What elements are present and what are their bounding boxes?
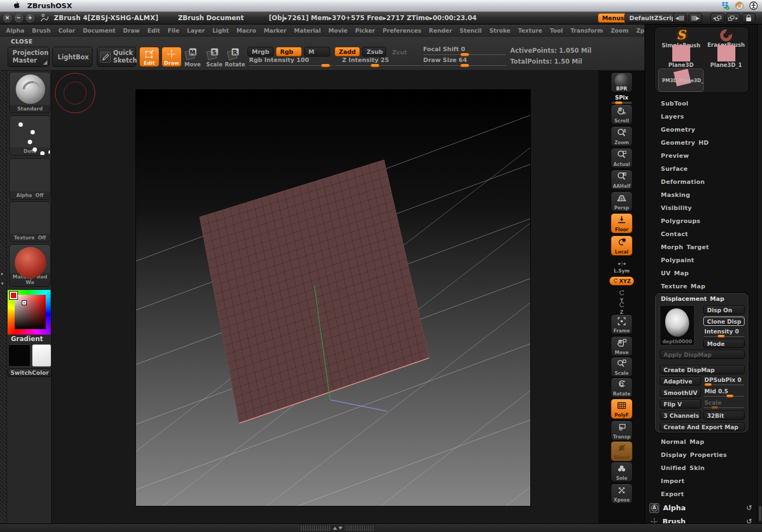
m-button[interactable]: M <box>304 47 330 57</box>
right-tray-scrollbar[interactable] <box>757 24 762 523</box>
alpha-palette-row[interactable]: A Alpha ↺ <box>645 501 758 515</box>
window-minimize-button[interactable]: − <box>15 14 23 22</box>
transparency-button[interactable]: Transp <box>610 420 633 441</box>
section-export[interactable]: Export <box>645 488 762 501</box>
current-material-selector[interactable]: MatCap Red Wa <box>9 244 51 287</box>
saturation-value-square[interactable] <box>15 295 46 329</box>
apply-dispmap-button[interactable]: Apply DispMap <box>660 350 745 359</box>
create-and-export-map-button[interactable]: Create And Export Map <box>660 422 745 431</box>
zoom-button[interactable]: Zoom <box>610 126 633 146</box>
section-preview[interactable]: Preview <box>645 150 762 163</box>
section-displacement-map[interactable]: Displacement Map <box>655 294 748 302</box>
channels-button[interactable]: 3 Channels <box>660 411 701 420</box>
gradient-toggle[interactable]: Gradient <box>11 335 43 343</box>
section-surface[interactable]: Surface <box>645 163 762 176</box>
move-mode-button[interactable]: M Move <box>183 47 202 67</box>
menu-item-draw[interactable]: Draw <box>123 27 140 34</box>
document-area[interactable] <box>52 71 598 523</box>
previous-document-button[interactable]: ◂ <box>710 13 724 23</box>
menu-item-color[interactable]: Color <box>58 27 75 34</box>
section-geometry-hd[interactable]: Geometry HD <box>645 137 762 150</box>
section-polygroups[interactable]: Polygroups <box>645 215 762 228</box>
dpsubpix-slider[interactable]: DPSubPix 0 <box>703 376 745 385</box>
current-texture-selector[interactable]: Texture Off <box>9 201 51 242</box>
ghost-button[interactable]: Ghost <box>610 441 633 461</box>
viewport-canvas[interactable] <box>136 90 530 506</box>
accessibility-icon[interactable] <box>749 1 758 10</box>
current-brush-selector[interactable]: Standard <box>9 72 51 113</box>
menu-item-marker[interactable]: Marker <box>264 27 287 34</box>
draw-size-slider[interactable]: Draw Size 64 <box>423 57 506 66</box>
polyframe-button[interactable]: PolyF <box>610 399 633 419</box>
menu-item-edit[interactable]: Edit <box>147 27 160 34</box>
menu-item-layer[interactable]: Layer <box>187 27 205 34</box>
main-color-swatch[interactable] <box>8 344 30 367</box>
smooth-uv-button[interactable]: SmoothUV <box>660 388 701 397</box>
section-uv-map[interactable]: UV Map <box>645 267 762 280</box>
apple-menu-icon[interactable] <box>12 1 20 10</box>
local-pivot-button[interactable]: Local <box>610 236 633 256</box>
rgb-intensity-slider[interactable]: Rgb Intensity 100 <box>249 57 333 66</box>
scrub-left-button[interactable]: ◀|||| <box>673 13 686 23</box>
section-layers[interactable]: Layers <box>645 110 762 123</box>
floor-grid-button[interactable]: Floor <box>610 213 633 233</box>
tool-item-plane3d[interactable]: Plane3D <box>659 45 703 68</box>
mrgb-button[interactable]: Mrgb <box>247 47 274 57</box>
bottom-tray-divider-handle[interactable] <box>301 525 375 531</box>
scroll-button[interactable]: Scroll <box>610 104 633 125</box>
menu-item-transform[interactable]: Transform <box>571 27 603 34</box>
menu-item-light[interactable]: Light <box>212 27 228 34</box>
rotate-xyz-button[interactable]: XYZ <box>610 276 633 286</box>
frame-button[interactable]: Frame <box>610 314 633 335</box>
section-deformation[interactable]: Deformation <box>645 176 762 189</box>
close-tray-button[interactable]: CLOSE <box>11 38 33 45</box>
tray-collapse-icon[interactable]: ▾ <box>1 281 4 286</box>
menu-item-render[interactable]: Render <box>429 27 453 34</box>
dropbox-icon[interactable] <box>721 1 730 10</box>
section-morph-target[interactable]: Morph Target <box>645 241 762 254</box>
actual-size-button[interactable]: Actual <box>610 148 633 168</box>
rotate-view-button[interactable]: Rotate <box>610 378 633 398</box>
perspective-button[interactable]: Persp <box>610 191 633 212</box>
section-polypaint[interactable]: Polypaint <box>645 254 762 267</box>
menu-item-file[interactable]: File <box>168 27 179 34</box>
section-display-properties[interactable]: Display Properties <box>645 449 762 462</box>
switch-color-button[interactable]: SwitchColor <box>8 368 52 377</box>
menu-item-brush[interactable]: Brush <box>32 27 51 34</box>
local-symmetry-button[interactable]: L.Sym <box>610 259 633 274</box>
section-subtool[interactable]: SubTool <box>645 97 762 110</box>
tray-open-up-icon[interactable] <box>333 527 337 530</box>
menu-item-stencil[interactable]: Stencil <box>460 27 482 34</box>
menu-item-preferences[interactable]: Preferences <box>383 27 422 34</box>
move-view-button[interactable]: Move <box>610 336 633 356</box>
window-close-button[interactable]: × <box>3 14 11 22</box>
section-masking[interactable]: Masking <box>645 189 762 202</box>
menu-item-tool[interactable]: Tool <box>550 27 563 34</box>
draw-mode-button[interactable]: Draw <box>162 47 182 67</box>
xpose-button[interactable]: Xpose <box>610 484 633 504</box>
bpr-render-button[interactable]: BPR <box>610 72 633 92</box>
disp-on-button[interactable]: Disp On <box>703 305 745 314</box>
aahalf-button[interactable]: AAHalf <box>610 170 633 190</box>
rotate-mode-button[interactable]: R Rotate <box>226 47 244 67</box>
alpha-reset-icon[interactable]: ↺ <box>746 504 752 512</box>
section-geometry[interactable]: Geometry <box>645 123 762 137</box>
spix-slider[interactable]: SPix <box>610 95 633 104</box>
tray-open-down-icon[interactable] <box>338 527 343 530</box>
menu-item-macro[interactable]: Macro <box>237 27 256 34</box>
projection-master-button[interactable]: Projection Master <box>8 47 49 67</box>
flip-v-button[interactable]: Flip V <box>660 399 701 409</box>
z-intensity-slider[interactable]: Z Intensity 25 <box>336 57 422 66</box>
menu-item-picker[interactable]: Picker <box>355 27 375 34</box>
section-texture-map[interactable]: Texture Map <box>645 280 762 293</box>
scale-view-button[interactable]: Scale <box>610 357 633 377</box>
menu-item-zoom[interactable]: Zoom <box>611 27 629 34</box>
menu-item-alpha[interactable]: Alpha <box>6 27 24 34</box>
rotate-z-button[interactable]: Z <box>610 301 633 315</box>
section-normal-map[interactable]: Normal Map <box>645 436 762 449</box>
tool-item-plane3d-1[interactable]: Plane3D_1 <box>705 45 747 68</box>
zsub-button[interactable]: Zsub <box>362 47 386 57</box>
tool-item-pm3d-plane3d-selected[interactable]: PM3D_Plane3D_ <box>658 69 704 92</box>
section-contact[interactable]: Contact <box>645 228 762 241</box>
menu-item-texture[interactable]: Texture <box>518 27 542 34</box>
